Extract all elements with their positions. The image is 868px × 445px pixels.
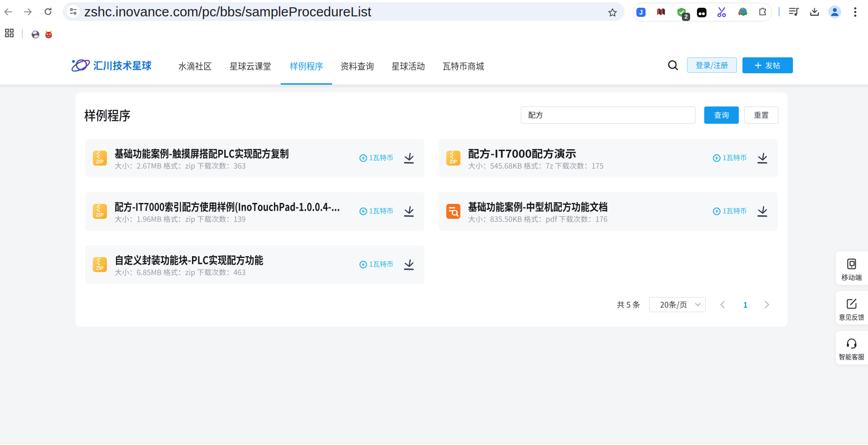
svg-text:ZIP: ZIP xyxy=(96,159,103,164)
svg-text:J: J xyxy=(639,9,643,16)
svg-text:ZIP: ZIP xyxy=(96,212,103,217)
svg-text:ZIP: ZIP xyxy=(96,265,103,271)
svg-text:ZIP: ZIP xyxy=(449,159,457,164)
